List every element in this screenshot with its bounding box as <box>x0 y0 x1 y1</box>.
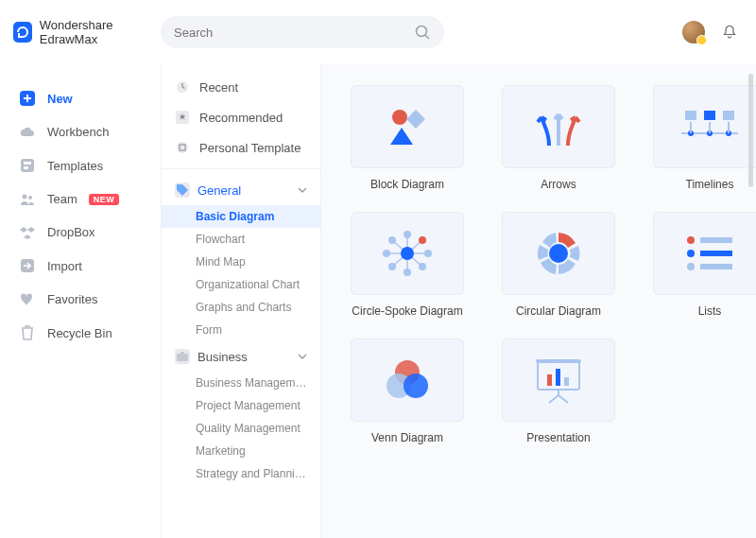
chevron-down-icon <box>298 187 307 193</box>
brand: Wondershare EdrawMax <box>13 18 161 46</box>
subcategory-flowchart[interactable]: Flowchart <box>162 228 320 251</box>
new-badge: NEW <box>89 194 120 205</box>
svg-rect-57 <box>556 369 560 386</box>
svg-point-45 <box>687 236 695 244</box>
brand-logo-icon <box>13 22 32 43</box>
svg-point-0 <box>417 26 427 37</box>
svg-rect-24 <box>685 111 696 120</box>
category-general[interactable]: General <box>162 175 320 205</box>
svg-rect-5 <box>24 166 28 169</box>
divider <box>162 168 320 169</box>
bell-icon[interactable] <box>722 25 737 40</box>
subcategory-form[interactable]: Form <box>162 319 320 341</box>
svg-point-53 <box>404 373 428 398</box>
template-presentation[interactable]: Presentation <box>497 338 620 444</box>
svg-point-11 <box>177 142 188 153</box>
svg-line-61 <box>558 395 568 403</box>
template-label: Presentation <box>526 431 590 444</box>
import-icon <box>19 258 36 273</box>
nav-label: Workbench <box>47 125 110 139</box>
template-label: Block Diagram <box>370 178 444 191</box>
brand-name: Wondershare EdrawMax <box>40 18 161 46</box>
subcategory-business-management[interactable]: Business Management <box>162 372 320 394</box>
nav-templates[interactable]: Templates <box>0 148 161 182</box>
template-venn-diagram[interactable]: Venn Diagram <box>346 338 469 444</box>
svg-rect-55 <box>536 359 581 363</box>
midbar-label: Recent <box>199 80 238 95</box>
nav-dropbox[interactable]: DropBox <box>0 216 161 249</box>
svg-line-1 <box>425 35 429 39</box>
svg-point-7 <box>28 196 32 200</box>
midbar-recent[interactable]: Recent <box>162 72 320 102</box>
star-icon <box>175 110 190 125</box>
svg-rect-14 <box>180 352 184 355</box>
template-block-diagram[interactable]: Block Diagram <box>346 85 469 191</box>
nav-label: Templates <box>47 159 103 173</box>
svg-rect-56 <box>547 374 552 386</box>
chevron-down-icon <box>298 354 307 359</box>
search-icon <box>414 24 431 41</box>
nav-workbench[interactable]: Workbench <box>0 115 161 148</box>
subcategory-project-management[interactable]: Project Management <box>162 394 320 417</box>
briefcase-icon <box>175 349 190 364</box>
cloud-icon <box>19 127 36 138</box>
category-business[interactable]: Business <box>162 341 320 372</box>
category-label: General <box>198 183 241 198</box>
template-circular-diagram[interactable]: Circular Diagram <box>497 212 620 318</box>
svg-point-36 <box>404 231 411 238</box>
nav-import[interactable]: Import <box>0 249 161 283</box>
nav-label: New <box>47 92 73 106</box>
svg-point-44 <box>549 244 568 263</box>
nav-favorites[interactable]: Favorites <box>0 283 161 316</box>
subcategory-quality-management[interactable]: Quality Management <box>162 417 320 440</box>
nav-recycle-bin[interactable]: Recycle Bin <box>0 316 161 350</box>
template-label: Timelines <box>686 178 734 191</box>
svg-point-49 <box>687 263 695 270</box>
nav-label: Favorites <box>47 292 97 306</box>
nav-team[interactable]: Team NEW <box>0 182 161 216</box>
svg-rect-50 <box>700 264 732 269</box>
user-avatar[interactable] <box>682 21 705 43</box>
search-input[interactable] <box>174 26 414 40</box>
template-circle-spoke[interactable]: Circle-Spoke Diagram <box>346 212 469 318</box>
subcategory-basic-diagram[interactable]: Basic Diagram <box>162 205 320 228</box>
subcategory-graphs-charts[interactable]: Graphs and Charts <box>162 296 320 319</box>
category-label: Business <box>198 350 248 364</box>
nav-label: Import <box>47 259 82 273</box>
midbar-label: Personal Template <box>199 141 301 155</box>
svg-point-39 <box>419 263 426 270</box>
svg-rect-25 <box>704 111 715 120</box>
subcategory-strategy-planning[interactable]: Strategy and Planning <box>162 462 320 485</box>
plus-icon <box>19 91 36 106</box>
template-timelines[interactable]: Timelines <box>648 85 756 191</box>
svg-point-42 <box>383 250 390 257</box>
midbar-recommended[interactable]: Recommended <box>162 102 320 132</box>
nav-label: Recycle Bin <box>47 326 112 340</box>
template-grid-area: Block Diagram Arrows Timelines Circle-Sp… <box>321 64 756 538</box>
nav-label: DropBox <box>47 225 95 239</box>
svg-point-37 <box>419 236 426 244</box>
template-icon <box>175 140 190 155</box>
svg-point-15 <box>392 110 407 125</box>
subcategory-mind-map[interactable]: Mind Map <box>162 251 320 273</box>
heart-icon <box>19 293 36 306</box>
svg-rect-46 <box>700 237 732 243</box>
template-label: Lists <box>698 304 722 318</box>
team-icon <box>19 193 36 206</box>
search-field[interactable] <box>161 16 444 48</box>
template-arrows[interactable]: Arrows <box>497 85 620 191</box>
nav-new[interactable]: New <box>0 81 161 115</box>
scrollbar[interactable] <box>748 74 753 187</box>
svg-point-43 <box>388 236 396 244</box>
svg-rect-13 <box>177 354 188 361</box>
midbar-personal-template[interactable]: Personal Template <box>162 132 320 163</box>
svg-rect-48 <box>700 251 732 256</box>
subcategory-marketing[interactable]: Marketing <box>162 440 320 462</box>
subcategory-organizational-chart[interactable]: Organizational Chart <box>162 273 320 296</box>
templates-icon <box>19 158 36 173</box>
template-lists[interactable]: Lists <box>648 212 756 318</box>
clock-icon <box>175 79 190 95</box>
template-label: Circle-Spoke Diagram <box>352 304 462 318</box>
svg-point-47 <box>687 250 695 257</box>
svg-point-6 <box>23 194 27 199</box>
